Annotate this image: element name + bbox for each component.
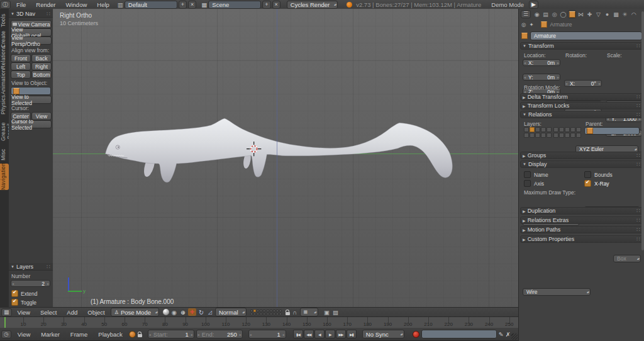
- tab-render-layers-icon[interactable]: ▤: [541, 10, 550, 18]
- rotate-manipulator-button[interactable]: ↻: [197, 308, 205, 316]
- layer-cell[interactable]: [547, 127, 552, 132]
- relations-header[interactable]: ▼Relations∷: [520, 111, 643, 118]
- viewport-shading-dropdown[interactable]: [163, 309, 169, 315]
- location-x-field[interactable]: X:0m: [523, 59, 560, 66]
- info-editor-selector[interactable]: ⓘ: [0, 1, 11, 9]
- layer-cell[interactable]: [547, 133, 552, 138]
- render-engine-dropdown[interactable]: Cycles Render: [287, 1, 338, 9]
- layer-cell[interactable]: [260, 310, 262, 312]
- location-y-field[interactable]: Y:0m: [523, 74, 560, 81]
- layer-cell[interactable]: [565, 127, 570, 132]
- screen-layout-add-button[interactable]: +: [179, 1, 187, 9]
- properties-scrollbar[interactable]: [641, 11, 644, 250]
- transform-panel-header[interactable]: ▼ Transform ∷: [520, 42, 643, 50]
- auto-keyframe-button[interactable]: [129, 331, 136, 338]
- view-persp-ortho-button[interactable]: View Persp/Ortho: [11, 36, 52, 45]
- align-bottom-button[interactable]: Bottom: [31, 70, 52, 79]
- scale-manipulator-button[interactable]: ◿: [206, 308, 214, 316]
- editor-type-selector[interactable]: ▦: [1, 308, 12, 316]
- manipulator-toggle[interactable]: ⊕: [179, 308, 187, 316]
- cursor-to-selected-button[interactable]: Cursor to Selected: [11, 120, 52, 128]
- layer-cell[interactable]: [267, 313, 269, 315]
- 3d-viewport[interactable]: Right Ortho 10 Centimeters: [53, 9, 518, 307]
- current-frame-marker[interactable]: [4, 317, 6, 328]
- demo-play-button[interactable]: ▶: [529, 1, 538, 9]
- keying-set-edit-icon[interactable]: ✎: [499, 331, 504, 338]
- align-front-button[interactable]: Front: [11, 54, 31, 62]
- menu-file[interactable]: File: [12, 1, 30, 8]
- align-left-button[interactable]: Left: [11, 62, 31, 70]
- play-reverse-button[interactable]: ◀: [314, 330, 325, 338]
- tab-object-icon[interactable]: [568, 10, 576, 18]
- layer-cell[interactable]: [253, 310, 256, 312]
- layer-cell[interactable]: [576, 127, 581, 132]
- name-checkbox[interactable]: [524, 171, 531, 178]
- layer-cell[interactable]: [524, 133, 529, 138]
- opengl-render-anim-button[interactable]: ▤: [332, 308, 340, 316]
- vp-menu-select[interactable]: Select: [36, 309, 61, 316]
- mode-dropdown[interactable]: ♙ Pose Mode: [111, 308, 159, 316]
- layer-cell[interactable]: [253, 313, 256, 315]
- resize-grip[interactable]: [511, 333, 518, 340]
- axis-checkbox[interactable]: [524, 180, 531, 187]
- tl-menu-view[interactable]: View: [13, 331, 35, 338]
- layer-cell[interactable]: [263, 313, 265, 315]
- bounds-type-dropdown[interactable]: Box: [613, 255, 641, 262]
- lock-icon[interactable]: [286, 312, 290, 315]
- layer-cell[interactable]: [565, 133, 570, 138]
- start-frame-field[interactable]: Start: 1: [148, 330, 194, 338]
- tab-scene-icon[interactable]: ◎: [550, 10, 558, 18]
- rotation-x-field[interactable]: X:0°: [564, 80, 602, 87]
- tab-grease-pencil[interactable]: Grease Pencil: [0, 117, 9, 146]
- toggle-checkbox[interactable]: [11, 299, 18, 306]
- layers-number-slider[interactable]: 2: [11, 280, 50, 287]
- breadcrumb-object-name[interactable]: Armature: [550, 21, 572, 28]
- tl-menu-frame[interactable]: Frame: [66, 331, 92, 338]
- layer-cell[interactable]: [257, 313, 259, 315]
- layer-cell[interactable]: [541, 127, 546, 132]
- sync-dropdown[interactable]: No Sync: [362, 330, 404, 338]
- layer-cell[interactable]: [263, 310, 265, 312]
- layer-cell[interactable]: [250, 313, 253, 315]
- layer-cell[interactable]: [260, 313, 262, 315]
- layer-cell[interactable]: [279, 313, 282, 315]
- xray-checkbox[interactable]: [584, 180, 591, 187]
- record-button[interactable]: [413, 331, 419, 338]
- tab-texture-icon[interactable]: ▩: [612, 10, 620, 18]
- prev-keyframe-button[interactable]: ◀◀: [304, 330, 314, 338]
- tab-navigation[interactable]: Navigation: [0, 164, 9, 190]
- layer-cell[interactable]: [570, 133, 575, 138]
- creature-body[interactable]: [106, 118, 453, 182]
- tl-menu-playback[interactable]: Playback: [94, 331, 127, 338]
- tab-material-icon[interactable]: ●: [603, 10, 611, 18]
- tab-relations[interactable]: Relations: [0, 49, 9, 69]
- tab-animation[interactable]: Animation: [0, 72, 9, 94]
- keying-set-field[interactable]: [421, 330, 497, 338]
- scene-delete-button[interactable]: ×: [272, 1, 280, 9]
- layer-cell[interactable]: [570, 127, 575, 132]
- duplication-header[interactable]: ▶Duplication∷: [520, 207, 643, 215]
- next-keyframe-button[interactable]: ▶▶: [336, 330, 346, 338]
- pin-icon[interactable]: ◎: [521, 21, 526, 28]
- layer-cell[interactable]: [257, 310, 259, 312]
- current-frame-field[interactable]: 1: [248, 330, 286, 338]
- vp-menu-add[interactable]: Add: [62, 309, 82, 316]
- layer-cell[interactable]: [530, 133, 535, 138]
- scene-field[interactable]: Scene: [208, 1, 261, 9]
- tab-render-icon[interactable]: ◉: [533, 10, 541, 18]
- align-back-button[interactable]: Back: [31, 54, 52, 62]
- relations-extras-header[interactable]: ▶Relations Extras∷: [520, 216, 643, 224]
- layer-cell[interactable]: [576, 133, 581, 138]
- screen-layout-field[interactable]: Default: [125, 1, 177, 9]
- layer-cell[interactable]: [559, 133, 564, 138]
- screen-layout-delete-button[interactable]: ×: [188, 1, 196, 9]
- layer-cell[interactable]: [250, 310, 253, 312]
- groups-header[interactable]: ▶Groups∷: [520, 152, 643, 159]
- jump-to-start-button[interactable]: ▮◀: [293, 330, 303, 338]
- custom-properties-header[interactable]: ▶Custom Properties∷: [520, 235, 643, 243]
- timeline-ruler[interactable]: 1020304050607080901001101201301401501601…: [0, 317, 518, 328]
- tab-physics[interactable]: Physics: [0, 97, 9, 115]
- layer-cell[interactable]: [270, 310, 272, 312]
- nav3d-panel-header[interactable]: ▼ 3D Nav ∷: [9, 10, 53, 18]
- tab-physics-icon[interactable]: ◠: [630, 10, 638, 18]
